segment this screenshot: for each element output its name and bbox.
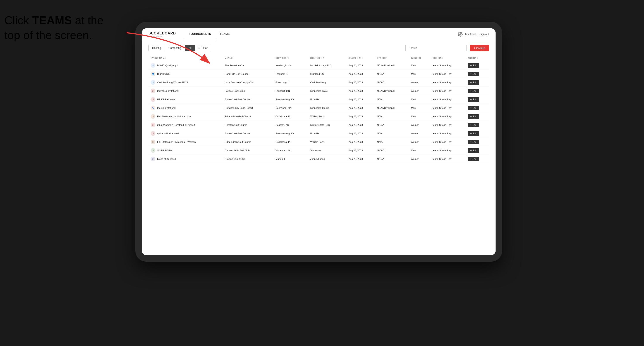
table-row: 🛡 Maverick Invitational Faribault Golf C…	[148, 87, 489, 95]
cell-division: NICAA II	[375, 146, 409, 155]
cell-division: NICAA I	[375, 155, 409, 163]
cell-gender: Men	[409, 61, 430, 70]
cell-event-name: 🛡 2023 Women's Hesston Fall Kickoff	[148, 121, 223, 129]
nav-tournaments[interactable]: TOURNAMENTS	[185, 28, 216, 40]
filter-btn[interactable]: ☰ Filter	[195, 45, 211, 51]
cell-division: NCAA Division III	[375, 61, 409, 70]
cell-city: Prestonsburg, KY	[273, 129, 308, 138]
event-icon: 🛡	[151, 63, 156, 68]
nav-teams[interactable]: TEAMS	[215, 28, 234, 40]
all-filter-btn[interactable]: All	[185, 45, 195, 51]
cell-division: NICAA II	[375, 121, 409, 129]
event-icon: 🛡	[151, 131, 156, 136]
edit-button-1[interactable]: ✏ Edit	[468, 63, 479, 68]
cell-city: Oskaloosa, IA	[273, 112, 308, 121]
edit-button-3[interactable]: ✏ Edit	[468, 80, 479, 85]
cell-hosted: Highland CC	[308, 70, 346, 78]
tournaments-table: EVENT NAME VENUE CITY, STATE HOSTED BY S…	[148, 55, 489, 251]
cell-gender: Women	[409, 138, 430, 146]
hosting-filter-btn[interactable]: Hosting	[148, 45, 165, 51]
table-header-row: EVENT NAME VENUE CITY, STATE HOSTED BY S…	[148, 55, 489, 61]
edit-button-11[interactable]: ✏ Edit	[468, 148, 479, 153]
nav-right: Test User | Sign out	[458, 32, 489, 37]
cell-division: NICAA I	[375, 70, 409, 78]
cell-event-name: 🛡 VU PREVIEW	[148, 146, 223, 155]
cell-venue: StoneCrest Golf Course	[223, 129, 273, 138]
cell-venue: Edmundson Golf Course	[223, 138, 273, 146]
table-row: 🐾 Morris Invitational Ruttger's Bay Lake…	[148, 104, 489, 112]
cell-event-name: 🐾 Morris Invitational	[148, 104, 223, 112]
cell-actions: ✏ Edit	[466, 146, 489, 155]
edit-button-9[interactable]: ✏ Edit	[468, 131, 479, 136]
edit-button-8[interactable]: ✏ Edit	[468, 123, 479, 127]
tablet-screen: SCOREBOARD Powered by Clippit TOURNAMENT…	[142, 28, 496, 255]
cell-hosted: Murray State (OK)	[308, 121, 346, 129]
event-icon: 🛡	[151, 97, 156, 102]
edit-button-10[interactable]: ✏ Edit	[468, 140, 479, 144]
col-gender: GENDER	[409, 55, 430, 61]
cell-gender: Men	[409, 146, 430, 155]
logo-sub: Powered by Clippit	[148, 35, 176, 37]
col-city-state: CITY, STATE	[273, 55, 308, 61]
cell-city: Newburgh, NY	[273, 61, 308, 70]
cell-city: Prestonsburg, KY	[273, 95, 308, 104]
cell-scoring: team, Stroke Play	[430, 104, 465, 112]
nav-user: Test User |	[465, 33, 477, 36]
cell-event-name: 🛡 MSMC Qualifying 1	[148, 61, 223, 70]
cell-scoring: team, Stroke Play	[430, 155, 465, 163]
cell-date: Aug 26, 2023	[346, 78, 375, 87]
cell-division: NAIA	[375, 112, 409, 121]
edit-button-4[interactable]: ✏ Edit	[468, 89, 479, 93]
cell-venue: Faribault Golf Club	[223, 87, 273, 95]
cell-hosted: Pikeville	[308, 95, 346, 104]
cell-date: Aug 28, 2023	[346, 95, 375, 104]
tablet-device: SCOREBOARD Powered by Clippit TOURNAMENT…	[135, 22, 502, 262]
col-division: DIVISION	[375, 55, 409, 61]
settings-icon[interactable]	[458, 32, 462, 37]
edit-button-2[interactable]: ✏ Edit	[468, 72, 479, 76]
edit-button-5[interactable]: ✏ Edit	[468, 97, 479, 102]
cell-date: Aug 25, 2023	[346, 70, 375, 78]
cell-gender: Women	[409, 129, 430, 138]
nav-signout[interactable]: Sign out	[480, 33, 489, 36]
cell-city: Deerwood, MN	[273, 104, 308, 112]
event-icon: 🛡	[151, 157, 156, 161]
table-row: 🛡 VU PREVIEW Cypress Hills Golf Club Vin…	[148, 146, 489, 155]
cell-date: Aug 28, 2023	[346, 138, 375, 146]
cell-venue: Ruttger's Bay Lake Resort	[223, 104, 273, 112]
cell-venue: Park Hills Golf Course	[223, 70, 273, 78]
create-button[interactable]: + Create	[470, 45, 489, 51]
col-venue: VENUE	[223, 55, 273, 61]
cell-scoring: team, Stroke Play	[430, 87, 465, 95]
competing-filter-btn[interactable]: Competing	[165, 45, 185, 51]
cell-division: NCAA Division II	[375, 87, 409, 95]
table-row: 🛡 UPIKE Fall Invite StoneCrest Golf Cour…	[148, 95, 489, 104]
cell-scoring: team, Stroke Play	[430, 78, 465, 87]
cell-venue: Kokopelli Golf Club	[223, 155, 273, 163]
cell-venue: Cypress Hills Golf Club	[223, 146, 273, 155]
cell-actions: ✏ Edit	[466, 95, 489, 104]
edit-button-12[interactable]: ✏ Edit	[468, 157, 479, 161]
cell-date: Aug 28, 2023	[346, 121, 375, 129]
cell-hosted: William Penn	[308, 112, 346, 121]
cell-venue: Lake Bracken Country Club	[223, 78, 273, 87]
cell-hosted: Vincennes	[308, 146, 346, 155]
search-input[interactable]	[406, 45, 466, 51]
cell-gender: Men	[409, 104, 430, 112]
cell-event-name: 🛡 UPIKE Fall Invite	[148, 95, 223, 104]
cell-actions: ✏ Edit	[466, 155, 489, 163]
cell-date: Aug 28, 2023	[346, 112, 375, 121]
cell-scoring: team, Stroke Play	[430, 112, 465, 121]
logo: SCOREBOARD Powered by Clippit	[148, 31, 176, 37]
cell-scoring: team, Stroke Play	[430, 61, 465, 70]
cell-city: Freeport, IL	[273, 70, 308, 78]
event-icon: 🛡	[151, 123, 156, 127]
cell-hosted: William Penn	[308, 138, 346, 146]
edit-button-6[interactable]: ✏ Edit	[468, 106, 479, 110]
cell-gender: Women	[409, 121, 430, 129]
edit-button-7[interactable]: ✏ Edit	[468, 114, 479, 119]
cell-scoring: team, Stroke Play	[430, 129, 465, 138]
cell-actions: ✏ Edit	[466, 121, 489, 129]
instruction-text: Click TEAMS at thetop of the screen.	[4, 13, 135, 42]
event-icon: 🛡	[151, 89, 156, 93]
